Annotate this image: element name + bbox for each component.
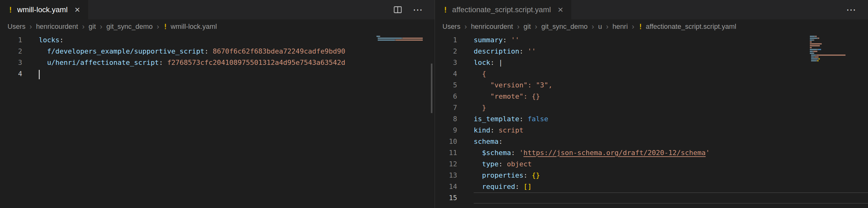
minimap-line: [810, 40, 860, 41]
minimap[interactable]: [376, 36, 427, 43]
breadcrumb-item[interactable]: Users: [442, 23, 460, 31]
code-line[interactable]: 4 {: [435, 68, 868, 80]
tab-wmill-lock-yaml[interactable]: ! wmill-lock.yaml ×: [0, 0, 88, 20]
code-line[interactable]: 13 properties: {}: [435, 170, 868, 181]
line-number[interactable]: 1: [0, 34, 22, 46]
line-number[interactable]: 15: [435, 192, 457, 204]
code-token: false: [527, 115, 548, 123]
minimap-line: [810, 49, 860, 50]
code-line[interactable]: 7 }: [435, 102, 868, 113]
editor[interactable]: 1locks:2 f/developers_example/supportive…: [0, 34, 435, 208]
minimap-line: [810, 60, 860, 61]
minimap-token: [814, 51, 817, 52]
breadcrumb-file-item[interactable]: affectionate_script.script.yaml: [646, 23, 736, 31]
code-line[interactable]: 6 "remote": {}: [435, 91, 868, 102]
yaml-warning-file-icon: !: [163, 23, 167, 31]
code-line[interactable]: 5 "version": "3",: [435, 80, 868, 91]
code-line[interactable]: 4: [0, 68, 435, 80]
minimap-token: [811, 56, 814, 58]
line-number[interactable]: 8: [435, 113, 457, 125]
code-line[interactable]: 1summary: '': [435, 34, 868, 46]
line-number[interactable]: 10: [435, 136, 457, 147]
code-line-content: [474, 192, 868, 204]
line-number[interactable]: 11: [435, 147, 457, 158]
minimap-line: [810, 53, 860, 54]
code-line-content: schema:: [474, 136, 868, 147]
line-number[interactable]: 7: [435, 102, 457, 113]
line-number[interactable]: 5: [435, 80, 457, 91]
code-line[interactable]: 3lock: |: [435, 57, 868, 68]
minimap-token: [811, 54, 815, 56]
breadcrumb-item[interactable]: git_sync_demo: [106, 23, 153, 31]
minimap[interactable]: [810, 36, 860, 64]
line-number[interactable]: 2: [435, 46, 457, 57]
line-number[interactable]: 13: [435, 170, 457, 181]
line-number[interactable]: 14: [435, 181, 457, 192]
code-token: :: [503, 36, 511, 44]
code-lines: 1locks:2 f/developers_example/supportive…: [0, 34, 435, 80]
text-cursor: [39, 70, 40, 79]
code-line[interactable]: 8is_template: false: [435, 113, 868, 125]
code-token: :: [498, 137, 502, 145]
code-token: {: [474, 70, 486, 78]
minimap-token: [818, 49, 821, 50]
minimap-line: [376, 36, 427, 37]
yaml-warning-file-icon: !: [443, 5, 448, 15]
editor-group-left: ! wmill-lock.yaml × ⋯ Users›henricourden…: [0, 0, 435, 208]
split-editor-icon[interactable]: [393, 5, 402, 14]
breadcrumb-item[interactable]: git: [89, 23, 96, 31]
breadcrumb-item[interactable]: u: [598, 23, 602, 31]
more-actions-icon[interactable]: ⋯: [413, 4, 423, 16]
breadcrumb-item[interactable]: henri: [613, 23, 628, 31]
code-token: :: [515, 183, 523, 190]
code-token: :: [519, 115, 528, 123]
breadcrumb-item[interactable]: henricourdent: [471, 23, 513, 31]
breadcrumb-item[interactable]: Users: [7, 23, 25, 31]
minimap-line: [376, 40, 427, 41]
code-lines: 1summary: ''2description: ''3lock: |4 {5…: [435, 34, 868, 204]
more-actions-icon[interactable]: ⋯: [846, 4, 856, 16]
code-line[interactable]: 12 type: object: [435, 158, 868, 170]
breadcrumb-item[interactable]: git: [523, 23, 531, 31]
breadcrumb-separator-icon: ›: [100, 23, 102, 31]
code-line[interactable]: 9kind: script: [435, 125, 868, 136]
editor-workbench: ! wmill-lock.yaml × ⋯ Users›henricourden…: [0, 0, 868, 208]
code-line[interactable]: 2description: '': [435, 46, 868, 57]
tab-affectionate-script-yaml[interactable]: ! affectionate_script.script.yaml ×: [435, 0, 571, 20]
code-token: :: [159, 58, 167, 67]
line-number[interactable]: 6: [435, 91, 457, 102]
line-number[interactable]: 3: [0, 57, 22, 68]
line-number[interactable]: 4: [435, 68, 457, 80]
minimap-line: [810, 43, 860, 45]
code-token: :: [519, 47, 528, 55]
close-icon[interactable]: ×: [558, 5, 563, 15]
line-number[interactable]: 2: [0, 46, 22, 57]
line-number[interactable]: 1: [435, 34, 457, 46]
close-icon[interactable]: ×: [74, 5, 80, 15]
breadcrumb-item[interactable]: henricourdent: [36, 23, 78, 31]
code-line[interactable]: 11 $schema: 'https://json-schema.org/dra…: [435, 147, 868, 158]
code-line[interactable]: 15: [435, 192, 868, 204]
code-line[interactable]: 3 u/henri/affectionate_script: f2768573c…: [0, 57, 435, 68]
code-line-content: lock: |: [474, 57, 868, 68]
minimap-token: [811, 58, 817, 59]
line-number[interactable]: 12: [435, 158, 457, 170]
breadcrumb-separator-icon: ›: [82, 23, 85, 31]
breadcrumb-separator-icon: ›: [517, 23, 520, 31]
code-line[interactable]: 10schema:: [435, 136, 868, 147]
code-token: }: [474, 104, 486, 111]
vertical-scrollbar-thumb[interactable]: [431, 63, 432, 113]
code-line[interactable]: 14 required: []: [435, 181, 868, 192]
code-line[interactable]: 1locks:: [0, 34, 435, 46]
breadcrumb-file-item[interactable]: wmill-lock.yaml: [171, 23, 217, 31]
line-number[interactable]: 3: [435, 57, 457, 68]
minimap-line: [376, 41, 427, 43]
code-line-content: {: [474, 68, 868, 80]
line-number[interactable]: 4: [0, 68, 22, 80]
line-number[interactable]: 9: [435, 125, 457, 136]
editor[interactable]: 1summary: ''2description: ''3lock: |4 {5…: [435, 34, 868, 208]
minimap-token: [810, 51, 812, 52]
minimap-token: [845, 54, 845, 56]
code-line[interactable]: 2 f/developers_example/supportive_script…: [0, 46, 435, 57]
breadcrumb-item[interactable]: git_sync_demo: [541, 23, 588, 31]
